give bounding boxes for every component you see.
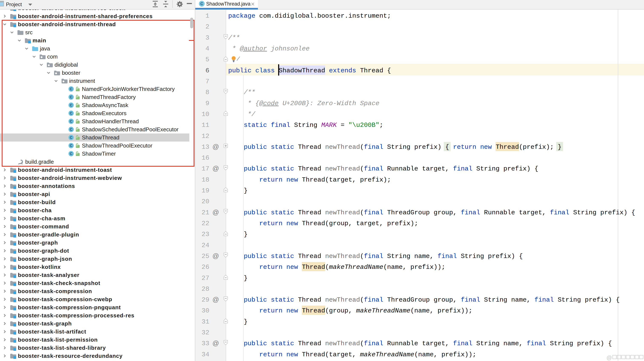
svg-text:C: C — [200, 2, 203, 6]
